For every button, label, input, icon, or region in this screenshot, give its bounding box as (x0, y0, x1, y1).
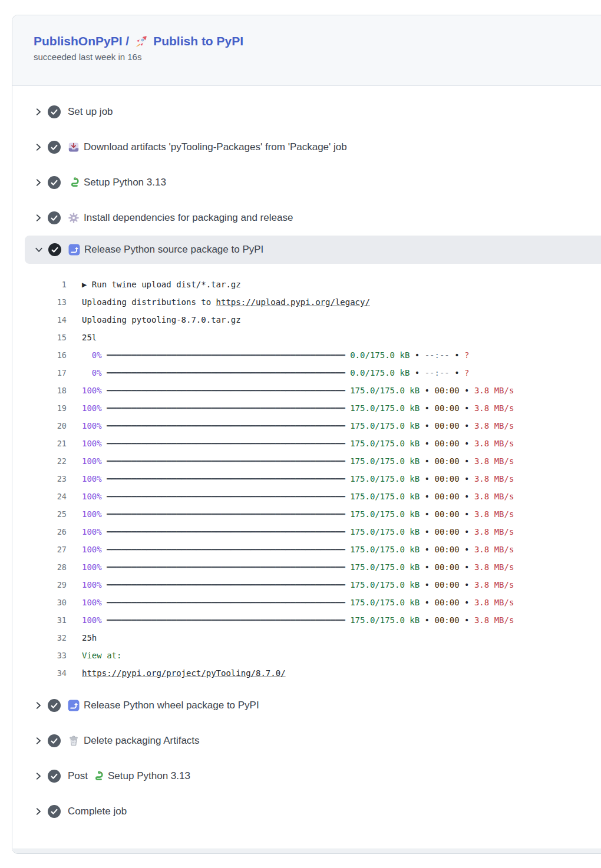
log-line-text: 100% ━━━━━━━━━━━━━━━━━━━━━━━━━━━━━━━━━━━… (82, 611, 514, 629)
step-row-delete-artifacts[interactable]: Delete packaging Artifacts (12, 723, 601, 758)
log-line-number[interactable]: 18 (12, 382, 67, 399)
log-line-number[interactable]: 33 (12, 647, 67, 664)
step-row-post-setup-python[interactable]: Post Setup Python 3.13 (12, 758, 601, 794)
log-text-segment: • (420, 562, 434, 572)
step-row-install-dependencies[interactable]: Install dependencies for packaging and r… (12, 200, 601, 236)
log-line-number[interactable]: 23 (12, 470, 67, 488)
log-line-number[interactable]: 19 (12, 399, 67, 417)
log-line-text: 100% ━━━━━━━━━━━━━━━━━━━━━━━━━━━━━━━━━━━… (82, 488, 514, 505)
log-line-number[interactable]: 25 (12, 505, 67, 523)
log-line-number[interactable]: 15 (12, 329, 67, 346)
log-line-number[interactable]: 26 (12, 523, 67, 541)
log-text-segment: 3.8 MB/s (474, 509, 514, 519)
log-text-segment: 3.8 MB/s (474, 474, 514, 483)
step-row-release-source-expanded[interactable]: Release Python source package to PyPI (25, 236, 601, 264)
log-text-segment: 175.0/175.0 kB (350, 527, 420, 536)
log-line-number[interactable]: 31 (12, 611, 67, 629)
log-text-segment: ━━━━━━━━━━━━━━━━━━━━━━━━━━━━━━━━━━━━━━━━… (107, 368, 345, 377)
log-text-segment: • (460, 527, 474, 536)
log-text-segment: • (420, 439, 434, 448)
log-line-number[interactable]: 30 (12, 594, 67, 611)
log-line-number[interactable]: 13 (12, 293, 67, 311)
log-text-segment: 00:00 (434, 456, 459, 466)
log-text-segment: 175.0/175.0 kB (350, 615, 420, 625)
log-line-text: 100% ━━━━━━━━━━━━━━━━━━━━━━━━━━━━━━━━━━━… (82, 382, 514, 399)
log-link[interactable]: https://upload.pypi.org/legacy/ (216, 297, 370, 307)
log-text-segment (345, 562, 350, 572)
log-line-number[interactable]: 14 (12, 311, 67, 329)
log-line-number[interactable]: 24 (12, 488, 67, 505)
inbox-tray-icon (68, 141, 80, 153)
step-row-setup-python[interactable]: Setup Python 3.13 (12, 165, 601, 200)
log-text-segment: • (410, 350, 424, 360)
log-text-segment: 100% (82, 456, 107, 466)
success-check-icon (48, 699, 61, 712)
step-label: Install dependencies for packaging and r… (84, 212, 293, 224)
log-line-number[interactable]: 34 (12, 664, 67, 682)
step-label: Release Python wheel package to PyPI (84, 700, 259, 711)
success-check-icon (48, 141, 61, 154)
log-line-number[interactable]: 16 (12, 346, 67, 364)
log-line-text: 100% ━━━━━━━━━━━━━━━━━━━━━━━━━━━━━━━━━━━… (82, 505, 514, 523)
log-line-number[interactable]: 28 (12, 558, 67, 576)
log-line-text: 100% ━━━━━━━━━━━━━━━━━━━━━━━━━━━━━━━━━━━… (82, 452, 514, 470)
log-line-number[interactable]: 27 (12, 541, 67, 558)
step-row-complete-job[interactable]: Complete job (12, 794, 601, 829)
log-text-segment: 0.0/175.0 kB (350, 368, 410, 377)
log-line: 3225h (12, 629, 601, 647)
log-text-segment (345, 368, 350, 377)
log-text-segment: • (410, 368, 424, 377)
log-text-segment (345, 598, 350, 607)
log-text-segment (345, 527, 350, 536)
log-line-number[interactable]: 29 (12, 576, 67, 594)
log-line-text: 100% ━━━━━━━━━━━━━━━━━━━━━━━━━━━━━━━━━━━… (82, 558, 514, 576)
chevron-right-icon (34, 701, 43, 710)
log-line-text: 25h (82, 629, 97, 647)
steps-list-bottom: Release Python wheel package to PyPI Del… (12, 688, 601, 829)
log-text-segment: • (420, 474, 434, 483)
step-row-download-artifacts[interactable]: Download artifacts 'pyTooling-Packages' … (12, 130, 601, 165)
log-line: 27100% ━━━━━━━━━━━━━━━━━━━━━━━━━━━━━━━━━… (12, 541, 601, 558)
log-text-segment: 175.0/175.0 kB (350, 598, 420, 607)
log-text-segment: 175.0/175.0 kB (350, 439, 420, 448)
log-text-segment: • (420, 456, 434, 466)
log-line: 21100% ━━━━━━━━━━━━━━━━━━━━━━━━━━━━━━━━━… (12, 435, 601, 452)
log-text-segment: 3.8 MB/s (474, 403, 514, 413)
step-label: Setup Python 3.13 (84, 177, 166, 188)
log-text-segment: • (460, 386, 474, 395)
log-text-segment (345, 386, 350, 395)
log-line-number[interactable]: 32 (12, 629, 67, 647)
log-text-segment: --:-- (425, 368, 450, 377)
log-text-segment: • (460, 580, 474, 589)
log-line: 24100% ━━━━━━━━━━━━━━━━━━━━━━━━━━━━━━━━━… (12, 488, 601, 505)
log-line-number[interactable]: 17 (12, 364, 67, 382)
log-text-segment: 3.8 MB/s (474, 456, 514, 466)
log-text-segment: 175.0/175.0 kB (350, 492, 420, 501)
log-text-segment: 100% (82, 492, 107, 501)
log-text-segment (345, 474, 350, 483)
workflow-name: PublishOnPyPI / (34, 34, 129, 48)
log-text-segment: ━━━━━━━━━━━━━━━━━━━━━━━━━━━━━━━━━━━━━━━━… (107, 456, 345, 466)
log-line-text: 100% ━━━━━━━━━━━━━━━━━━━━━━━━━━━━━━━━━━━… (82, 576, 514, 594)
log-text-segment: 100% (82, 439, 107, 448)
log-text-segment: 00:00 (434, 509, 459, 519)
step-row-release-wheel[interactable]: Release Python wheel package to PyPI (12, 688, 601, 723)
log-text-segment (345, 456, 350, 466)
log-text-segment: 100% (82, 527, 107, 536)
log-text-segment: ━━━━━━━━━━━━━━━━━━━━━━━━━━━━━━━━━━━━━━━━… (107, 421, 345, 430)
log-text-segment: ? (464, 368, 469, 377)
log-line-number[interactable]: 1 (12, 276, 67, 293)
python-snake-icon (68, 177, 80, 188)
log-line: 16 0% ━━━━━━━━━━━━━━━━━━━━━━━━━━━━━━━━━━… (12, 346, 601, 364)
log-line-number[interactable]: 22 (12, 452, 67, 470)
step-row-set-up-job[interactable]: Set up job (12, 94, 601, 130)
log-text-segment: ━━━━━━━━━━━━━━━━━━━━━━━━━━━━━━━━━━━━━━━━… (107, 492, 345, 501)
log-line-text: 100% ━━━━━━━━━━━━━━━━━━━━━━━━━━━━━━━━━━━… (82, 523, 514, 541)
success-check-icon (48, 176, 61, 189)
log-link[interactable]: https://pypi.org/project/pyTooling/8.7.0… (82, 668, 286, 678)
log-text-segment: • (460, 545, 474, 554)
log-line-number[interactable]: 20 (12, 417, 67, 435)
log-text-segment: • (460, 456, 474, 466)
log-line: 26100% ━━━━━━━━━━━━━━━━━━━━━━━━━━━━━━━━━… (12, 523, 601, 541)
log-line-number[interactable]: 21 (12, 435, 67, 452)
